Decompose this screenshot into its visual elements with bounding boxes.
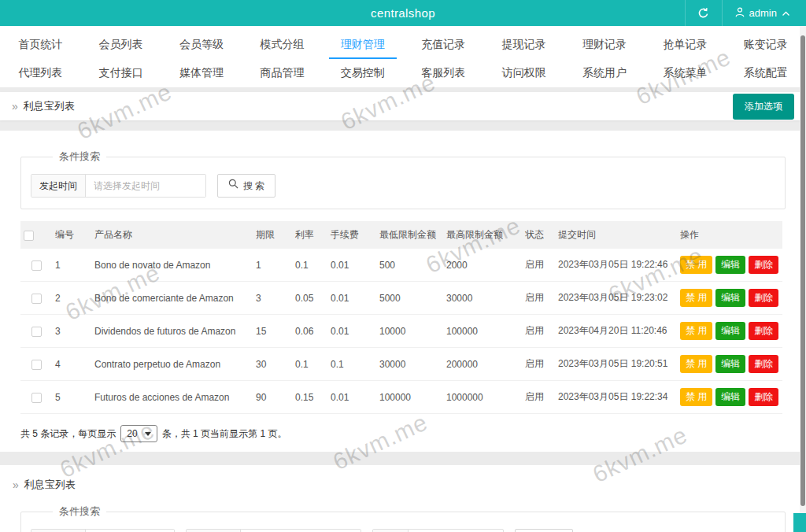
row-checkbox[interactable] — [31, 294, 42, 304]
cell-min: 30000 — [376, 348, 443, 381]
cell-id: 1 — [52, 249, 91, 282]
search-form-2: 用户名称 发起时间 类型 所有类型 — [31, 529, 775, 532]
disable-button[interactable]: 禁 用 — [680, 388, 712, 406]
nav-item-grab-order-records[interactable]: 抢单记录 — [645, 31, 725, 59]
start-time-label: 发起时间 — [31, 175, 86, 197]
delete-button[interactable]: 删除 — [749, 289, 778, 307]
delete-button[interactable]: 删除 — [749, 355, 778, 373]
page-size-value: 20 — [127, 428, 137, 439]
scrollbar-track[interactable] — [800, 26, 806, 532]
row-checkbox[interactable] — [31, 393, 42, 403]
nav-item-product-manage[interactable]: 商品管理 — [242, 59, 322, 87]
cell-fee: 0.1 — [327, 348, 376, 381]
cell-name: Dividendos de futuros de Amazon — [91, 315, 253, 348]
cell-fee: 0.01 — [327, 249, 376, 282]
select-all-checkbox[interactable] — [24, 231, 34, 241]
nav-item-finance-manage[interactable]: 理财管理 — [323, 31, 403, 59]
cell-id: 3 — [52, 315, 91, 348]
row-checkbox[interactable] — [31, 260, 42, 271]
nav-item-system-config[interactable]: 系统配置 — [726, 59, 806, 87]
add-option-button[interactable]: 添加选项 — [733, 94, 794, 120]
scrollbar-thumb[interactable] — [800, 35, 805, 506]
row-checkbox[interactable] — [31, 327, 42, 337]
nav-item-payment-api[interactable]: 支付接口 — [80, 59, 161, 87]
page-size-select[interactable]: 20 — [120, 425, 157, 442]
delete-button[interactable]: 删除 — [749, 322, 778, 340]
edit-button[interactable]: 编辑 — [715, 256, 745, 274]
cell-rate: 0.06 — [292, 315, 327, 348]
disable-button[interactable]: 禁 用 — [680, 355, 712, 373]
disable-button[interactable]: 禁 用 — [680, 256, 712, 274]
nav-item-agent-list[interactable]: 代理列表 — [0, 59, 80, 87]
col-header-max: 最高限制金额 — [443, 221, 522, 249]
cell-id: 5 — [52, 381, 91, 414]
cell-id: 4 — [52, 348, 91, 381]
search-button-label: 搜 索 — [243, 175, 264, 197]
breadcrumb: 利息宝列表 — [24, 99, 75, 113]
row-checkbox[interactable] — [31, 360, 42, 370]
interest-records-panel: » 利息宝列表 条件搜索 用户名称 发起时间 类型 所有类型 — [0, 465, 806, 532]
edit-button[interactable]: 编辑 — [715, 355, 745, 373]
disable-button[interactable]: 禁 用 — [680, 289, 712, 307]
col-header-id: 编号 — [52, 221, 91, 249]
cell-name: Contrato perpetuo de Amazon — [91, 348, 253, 381]
main-nav: 首页统计 会员列表 会员等级 模式分组 理财管理 充值记录 提现记录 理财记录 … — [0, 26, 806, 88]
cell-max: 200000 — [443, 348, 522, 381]
nav-item-home-stats[interactable]: 首页统计 — [0, 31, 80, 59]
search-icon — [228, 175, 238, 197]
delete-button[interactable]: 删除 — [749, 256, 778, 274]
cell-max: 30000 — [443, 282, 522, 315]
nav-item-recharge-records[interactable]: 充值记录 — [403, 31, 483, 59]
col-header-name: 产品名称 — [91, 221, 253, 249]
delete-button[interactable]: 删除 — [749, 388, 778, 406]
nav-item-system-users[interactable]: 系统用户 — [564, 59, 645, 87]
cell-max: 1000000 — [443, 381, 522, 414]
refresh-icon[interactable] — [686, 0, 722, 26]
edit-button[interactable]: 编辑 — [715, 388, 745, 406]
disable-button[interactable]: 禁 用 — [680, 322, 712, 340]
cell-min: 10000 — [376, 315, 443, 348]
cell-time: 2023年03月05日 19:22:34 — [555, 381, 677, 414]
search-button[interactable]: 搜 索 — [217, 174, 275, 198]
cell-time: 2023年03月05日 19:22:46 — [555, 249, 677, 282]
interest-product-panel: 条件搜索 发起时间 搜 索 — [0, 131, 806, 452]
nav-item-member-list[interactable]: 会员列表 — [80, 31, 161, 59]
user-icon — [735, 7, 745, 20]
back-to-top-button[interactable] — [793, 513, 806, 532]
cell-name: Futuros de acciones de Amazon — [91, 381, 253, 414]
table-row: 3 Dividendos de futuros de Amazon 15 0.0… — [20, 315, 782, 348]
nav-item-system-menu[interactable]: 系统菜单 — [645, 59, 725, 87]
edit-button[interactable]: 编辑 — [715, 289, 745, 307]
admin-menu[interactable]: admin — [723, 0, 806, 26]
admin-page: centralshop admin — [0, 0, 806, 532]
search-fieldset-2: 条件搜索 用户名称 发起时间 类型 所有类型 — [20, 504, 786, 532]
edit-button[interactable]: 编辑 — [715, 322, 745, 340]
nav-item-mode-group[interactable]: 模式分组 — [242, 31, 322, 59]
status-badge: 启用 — [522, 249, 555, 282]
nav-item-finance-records[interactable]: 理财记录 — [564, 31, 645, 59]
col-header-time: 提交时间 — [555, 221, 677, 249]
col-header-actions: 操作 — [677, 221, 782, 249]
nav-item-service-list[interactable]: 客服列表 — [403, 59, 483, 87]
nav-item-balance-records[interactable]: 账变记录 — [726, 31, 806, 59]
status-badge: 启用 — [522, 381, 555, 414]
nav-item-media-manage[interactable]: 媒体管理 — [161, 59, 242, 87]
cell-rate: 0.15 — [292, 381, 327, 414]
start-time-input[interactable] — [86, 175, 205, 197]
nav-item-withdraw-records[interactable]: 提现记录 — [483, 31, 564, 59]
cell-min: 5000 — [376, 282, 443, 315]
status-badge: 启用 — [522, 282, 555, 315]
nav-item-access-rights[interactable]: 访问权限 — [483, 59, 564, 87]
col-header-rate: 利率 — [292, 221, 327, 249]
start-time-group: 发起时间 — [31, 174, 206, 198]
nav-item-trade-control[interactable]: 交易控制 — [323, 59, 403, 87]
search-legend: 条件搜索 — [53, 150, 106, 164]
cell-term: 3 — [253, 282, 292, 315]
table-row: 4 Contrato perpetuo de Amazon 30 0.1 0.1… — [20, 348, 782, 381]
breadcrumb-icon: » — [12, 100, 18, 113]
cell-name: Bono de novato de Amazon — [91, 249, 253, 282]
col-header-min: 最低限制金额 — [376, 221, 443, 249]
search-button-2[interactable]: 搜 索 — [515, 529, 573, 532]
table-row: 5 Futuros de acciones de Amazon 90 0.15 … — [20, 381, 782, 414]
nav-item-member-level[interactable]: 会员等级 — [161, 31, 242, 59]
